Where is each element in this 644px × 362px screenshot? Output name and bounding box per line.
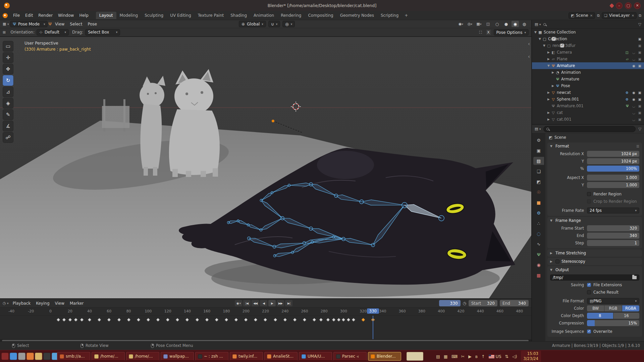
bone-joint[interactable] bbox=[247, 224, 250, 226]
taskbar-window-parsec[interactable]: Parsec ◃ bbox=[333, 352, 367, 361]
timeline-menu-keying[interactable]: Keying bbox=[33, 300, 52, 307]
properties-tab-tool[interactable]: ⚙ bbox=[533, 136, 544, 144]
keyframe-130[interactable] bbox=[176, 318, 179, 321]
hide-viewport-icon[interactable]: ◉ bbox=[632, 98, 635, 101]
keyframe-20[interactable] bbox=[68, 318, 72, 321]
bone-joint[interactable] bbox=[288, 184, 290, 187]
outliner-row-armature-001[interactable]: ΨArmature.001Ψ◡▣ bbox=[532, 103, 644, 109]
bone-joint[interactable] bbox=[291, 251, 294, 254]
time-stretching-header[interactable]: ▶ Time Stretching bbox=[547, 249, 642, 257]
snap-toggle[interactable]: ∪▾ bbox=[268, 21, 280, 27]
expand-icon[interactable]: ▼ bbox=[542, 44, 546, 47]
menu-render[interactable]: Render bbox=[36, 12, 55, 19]
workspace-tab-geometry-nodes[interactable]: Geometry Nodes bbox=[337, 12, 377, 19]
aspect-y-field[interactable]: 1.000 bbox=[587, 182, 639, 188]
collection-checkbox[interactable] bbox=[552, 37, 556, 41]
gizmos-toggle[interactable]: ◎▾ bbox=[466, 21, 474, 27]
hide-viewport-icon[interactable]: ◡ bbox=[632, 51, 635, 54]
taskbar-window-blender[interactable]: Blender... bbox=[368, 352, 401, 361]
orientation-setting-dropdown[interactable]: ⊹ Default ▾ bbox=[37, 29, 69, 36]
frame-range-section-header[interactable]: ▼ Frame Range bbox=[547, 217, 642, 224]
keyframe-210[interactable] bbox=[254, 318, 258, 321]
crop-region-checkbox[interactable] bbox=[587, 199, 591, 203]
aspect-x-field[interactable]: 1.000 bbox=[587, 175, 639, 181]
depth-16-button[interactable]: 16 bbox=[613, 313, 640, 319]
browser-launcher-icon[interactable] bbox=[10, 353, 17, 360]
collection-checkbox[interactable] bbox=[560, 44, 564, 48]
network-icon[interactable]: ⇅ bbox=[505, 354, 508, 359]
viewport-menu-select[interactable]: Select bbox=[67, 21, 85, 27]
keyframe-50[interactable] bbox=[98, 318, 101, 321]
expand-icon[interactable]: ▶ bbox=[551, 71, 555, 74]
menu-file[interactable]: File bbox=[10, 12, 22, 19]
app-menu-launcher-icon[interactable] bbox=[1, 353, 9, 360]
expand-icon[interactable]: ▶ bbox=[551, 84, 555, 87]
expand-icon[interactable]: ▶ bbox=[546, 57, 551, 61]
close-button[interactable]: ✕ bbox=[634, 2, 641, 9]
keyframe-180[interactable] bbox=[224, 318, 228, 321]
frame-start-field[interactable]: 320 bbox=[587, 225, 639, 231]
hide-viewport-icon[interactable]: ◡ bbox=[632, 111, 635, 115]
tool-select-box[interactable]: ▭ bbox=[3, 41, 13, 52]
timeline-tracks[interactable] bbox=[0, 316, 531, 339]
file-format-dropdown[interactable]: ▤ PNG ▾ bbox=[587, 298, 639, 304]
outliner-row-camera[interactable]: ▶◧Camera◫◡▣ bbox=[532, 49, 644, 56]
updates-icon[interactable]: ↑ bbox=[481, 354, 485, 359]
bone-joint[interactable] bbox=[309, 227, 313, 231]
outliner-row-armature[interactable]: ▼ΨArmature◉▣ bbox=[532, 62, 644, 69]
keyframe-14[interactable] bbox=[62, 318, 66, 321]
color-picker-icon[interactable]: ▦ bbox=[444, 354, 448, 359]
menu-help[interactable]: Help bbox=[76, 12, 91, 19]
timeline-menu-marker[interactable]: Marker bbox=[67, 300, 86, 307]
expand-icon[interactable]: ▶ bbox=[546, 98, 551, 101]
keyframe-40[interactable] bbox=[88, 318, 91, 321]
frame-start-field[interactable]: Start 320 bbox=[469, 300, 497, 306]
tool-pose-breakdowner[interactable]: ☍ bbox=[3, 132, 13, 143]
bone-joint[interactable] bbox=[273, 254, 276, 257]
tool-scale[interactable]: ⊿ bbox=[3, 86, 13, 97]
hide-render-icon[interactable]: ▣ bbox=[638, 118, 641, 121]
clipboard-icon[interactable]: ▤ bbox=[436, 354, 440, 359]
properties-tab-particles[interactable]: ∴ bbox=[533, 219, 544, 227]
mode-dropdown[interactable]: Ψ Pose Mode ▾ bbox=[10, 21, 48, 27]
bone-joint[interactable] bbox=[260, 229, 262, 231]
current-frame-badge[interactable]: 330 bbox=[367, 308, 379, 314]
taskbar-window-wallpap[interactable]: wallpap... bbox=[161, 352, 194, 361]
properties-tab-texture[interactable]: ▩ bbox=[533, 271, 544, 279]
hide-viewport-icon[interactable]: ◡ bbox=[632, 57, 635, 61]
bone-joint[interactable] bbox=[281, 217, 284, 220]
keyframe-240[interactable] bbox=[283, 318, 287, 321]
cache-result-checkbox[interactable] bbox=[587, 290, 591, 294]
output-path-field[interactable]: /tmp/ bbox=[550, 275, 639, 281]
keyframe-284[interactable] bbox=[326, 318, 330, 321]
color-rgba-button[interactable]: RGBA bbox=[622, 305, 639, 311]
timeline-editor-icon[interactable]: ◷ ▾ bbox=[0, 301, 10, 305]
next-keyframe-button[interactable]: ▶▶ bbox=[277, 300, 284, 306]
mail-launcher-icon[interactable] bbox=[26, 353, 34, 360]
outliner-row-cat[interactable]: ▶▽cat◡▣ bbox=[532, 109, 644, 116]
tool-measure[interactable]: ∡ bbox=[3, 121, 13, 131]
minimize-button[interactable]: – bbox=[616, 2, 623, 9]
properties-tab-output[interactable]: ▤ bbox=[533, 157, 544, 165]
keyframe-220[interactable] bbox=[264, 318, 267, 321]
timeline-ruler[interactable]: -40-200204060801001201401601802002202402… bbox=[0, 308, 531, 316]
hide-viewport-icon[interactable]: ◡ bbox=[632, 118, 635, 121]
properties-tab-modifiers[interactable]: ⚙ bbox=[533, 209, 544, 217]
keyframe-60[interactable] bbox=[107, 318, 111, 321]
keyframe-277[interactable] bbox=[319, 318, 323, 321]
color-rgb-button[interactable]: RGB bbox=[604, 305, 622, 311]
filter-icon[interactable]: ▽ bbox=[638, 127, 641, 131]
keyframe-300[interactable] bbox=[342, 318, 345, 321]
tool-rotate[interactable]: ↻ bbox=[3, 75, 13, 86]
play-button[interactable]: ▶ bbox=[268, 300, 276, 306]
properties-tab-physics[interactable]: ◌ bbox=[533, 230, 544, 238]
taskbar-window-smb-a[interactable]: smb://a... bbox=[57, 352, 90, 361]
jump-to-start-button[interactable]: |◀ bbox=[243, 300, 251, 306]
outliner-row-sphere-001[interactable]: ▶▽Sphere.001⚙◉▣ bbox=[532, 96, 644, 103]
media-player-icon[interactable]: ▶ bbox=[468, 354, 472, 359]
expand-icon[interactable]: ▼ bbox=[533, 31, 538, 34]
frame-step-field[interactable]: 1 bbox=[587, 240, 639, 246]
gizmo-toggle-icon[interactable]: ‹ bbox=[528, 54, 530, 60]
bone-joint[interactable] bbox=[360, 200, 364, 204]
viewlayer-unlink-icon[interactable]: ✕ bbox=[632, 14, 634, 17]
